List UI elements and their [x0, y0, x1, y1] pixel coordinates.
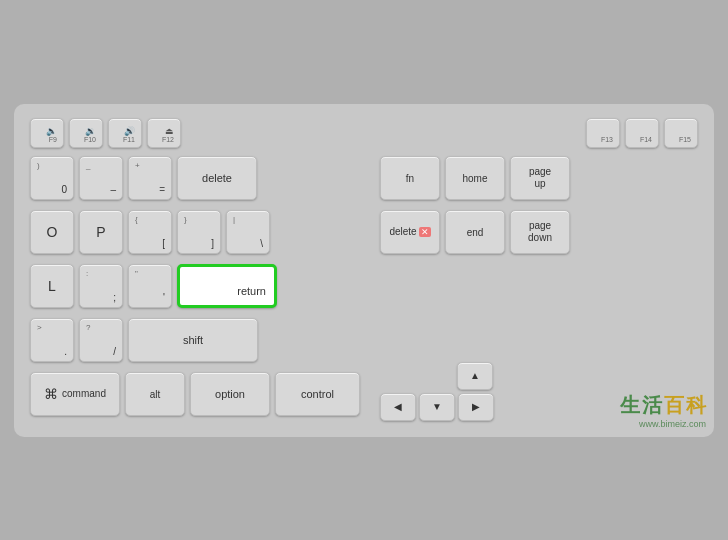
key-page-down[interactable]: pagedown — [510, 210, 570, 254]
number-row: ) 0 _ – + = delete — [30, 156, 360, 200]
delete-label: delete — [202, 172, 232, 184]
op-row: O P { [ } ] | \ — [30, 210, 360, 254]
key-home[interactable]: home — [445, 156, 505, 200]
watermark-char-1: 生 — [620, 392, 640, 419]
key-arrow-right[interactable]: ▶ — [458, 393, 494, 421]
key-o[interactable]: O — [30, 210, 74, 254]
fn-label: fn — [406, 172, 414, 183]
key-arrow-down[interactable]: ▼ — [419, 393, 455, 421]
command-label: command — [62, 388, 106, 399]
key-0[interactable]: ) 0 — [30, 156, 74, 200]
key-alt[interactable]: alt — [125, 372, 185, 416]
watermark-url: www.bimeiz.com — [639, 419, 706, 429]
key-open-bracket[interactable]: { [ — [128, 210, 172, 254]
key-arrow-up[interactable]: ▲ — [457, 362, 493, 390]
arrow-left-icon: ◀ — [394, 401, 402, 412]
f9-label: F9 — [49, 136, 57, 143]
key-return[interactable]: return — [177, 264, 277, 308]
arrow-up-icon: ▲ — [470, 370, 480, 381]
key-f13[interactable]: F13 — [586, 118, 620, 148]
main-layout: ) 0 _ – + = delete O — [30, 156, 698, 421]
modifier-row: ⌘ command alt option control — [30, 372, 360, 416]
watermark-char-3: 百 — [664, 392, 684, 419]
f10-label: F10 — [84, 136, 96, 143]
key-f14[interactable]: F14 — [625, 118, 659, 148]
key-arrow-left[interactable]: ◀ — [380, 393, 416, 421]
speaker-icon: 🔉 — [85, 126, 96, 136]
return-label: return — [237, 285, 266, 297]
arrow-right-icon: ▶ — [472, 401, 480, 412]
f15-label: F15 — [679, 136, 691, 143]
option-label: option — [215, 388, 245, 400]
key-equals[interactable]: + = — [128, 156, 172, 200]
f14-label: F14 — [640, 136, 652, 143]
right-section: fn home pageup delete ✕ end — [380, 156, 570, 421]
keyboard: 🔈 F9 🔉 F10 🔊 F11 ⏏ F12 F13 F14 F15 — [14, 104, 714, 437]
key-forward-delete[interactable]: delete ✕ — [380, 210, 440, 254]
key-semicolon[interactable]: : ; — [79, 264, 123, 308]
key-page-up[interactable]: pageup — [510, 156, 570, 200]
key-minus[interactable]: _ – — [79, 156, 123, 200]
shift-label: shift — [183, 334, 203, 346]
key-command[interactable]: ⌘ command — [30, 372, 120, 416]
speaker-low-icon: 🔈 — [46, 126, 57, 136]
alt-label: alt — [150, 388, 161, 399]
key-close-bracket[interactable]: } ] — [177, 210, 221, 254]
key-l[interactable]: L — [30, 264, 74, 308]
key-delete[interactable]: delete — [177, 156, 257, 200]
delete-x-icon: ✕ — [419, 227, 431, 237]
arrow-cluster: ▲ ◀ ▼ ▶ — [380, 362, 570, 421]
f11-label: F11 — [123, 136, 135, 143]
key-backslash[interactable]: | \ — [226, 210, 270, 254]
arrow-down-icon: ▼ — [432, 401, 442, 412]
command-icon: ⌘ — [44, 386, 58, 402]
key-f15[interactable]: F15 — [664, 118, 698, 148]
key-control[interactable]: control — [275, 372, 360, 416]
key-shift[interactable]: shift — [128, 318, 258, 362]
left-section: ) 0 _ – + = delete O — [30, 156, 360, 421]
shift-row: > . ? / shift — [30, 318, 360, 362]
control-label: control — [301, 388, 334, 400]
key-fn[interactable]: fn — [380, 156, 440, 200]
forward-delete-label: delete — [389, 226, 416, 237]
key-p[interactable]: P — [79, 210, 123, 254]
eject-icon: ⏏ — [165, 126, 174, 136]
end-label: end — [467, 226, 484, 237]
key-f10[interactable]: 🔉 F10 — [69, 118, 103, 148]
key-f9[interactable]: 🔈 F9 — [30, 118, 64, 148]
right-row2: delete ✕ end pagedown — [380, 210, 570, 254]
key-option[interactable]: option — [190, 372, 270, 416]
key-f11[interactable]: 🔊 F11 — [108, 118, 142, 148]
f13-label: F13 — [601, 136, 613, 143]
watermark: 生 活 百 科 www.bimeiz.com — [620, 392, 706, 429]
watermark-char-4: 科 — [686, 392, 706, 419]
page-down-label: pagedown — [528, 220, 552, 244]
f12-label: F12 — [162, 136, 174, 143]
page-up-label: pageup — [529, 166, 551, 190]
fn-row: 🔈 F9 🔉 F10 🔊 F11 ⏏ F12 F13 F14 F15 — [30, 118, 698, 148]
key-end[interactable]: end — [445, 210, 505, 254]
key-f12[interactable]: ⏏ F12 — [147, 118, 181, 148]
key-quote[interactable]: " ' — [128, 264, 172, 308]
key-period[interactable]: > . — [30, 318, 74, 362]
speaker-high-icon: 🔊 — [124, 126, 135, 136]
home-label: home — [462, 172, 487, 183]
key-slash[interactable]: ? / — [79, 318, 123, 362]
watermark-char-2: 活 — [642, 392, 662, 419]
l-row: L : ; " ' return — [30, 264, 360, 308]
right-row1: fn home pageup — [380, 156, 570, 200]
